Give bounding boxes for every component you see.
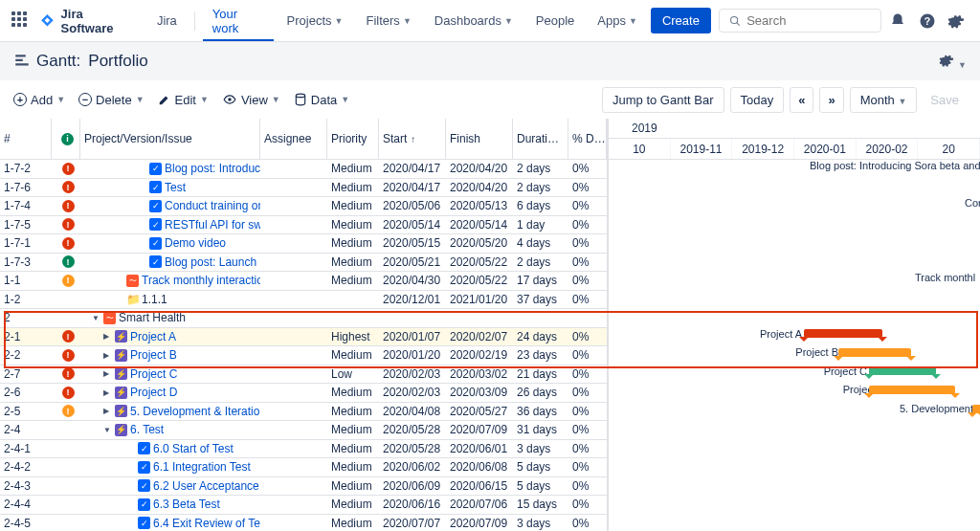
table-row[interactable]: 2-7 ! ▶⚡Project C Low 2020/02/03 2020/03… — [0, 365, 607, 385]
col-done[interactable]: % D… — [568, 119, 607, 159]
row-number: 1-1 — [0, 274, 52, 287]
task-name[interactable]: Track monthly interaction … — [142, 274, 260, 287]
col-assignee[interactable]: Assignee — [260, 119, 327, 159]
page-settings-icon[interactable]: ▼ — [939, 53, 967, 71]
table-row[interactable]: 2-5 ! ▶⚡5. Development & Iteration Mediu… — [0, 403, 607, 422]
nav-filters[interactable]: Filters▼ — [356, 8, 420, 33]
expand-icon[interactable]: ▶ — [103, 369, 112, 378]
duration-cell: 23 days — [513, 348, 568, 362]
jump-to-gantt-button[interactable]: Jump to Gantt Bar — [602, 87, 724, 113]
table-row[interactable]: 1-7-1 ! ✓Demo video Medium 2020/05/15 20… — [0, 234, 607, 254]
notifications-icon[interactable] — [885, 8, 910, 34]
create-button[interactable]: Create — [651, 8, 711, 33]
done-cell: 0% — [568, 367, 607, 381]
add-button[interactable]: +Add▼ — [13, 93, 65, 107]
delete-button[interactable]: −Delete▼ — [78, 93, 145, 107]
row-number: 1-7-6 — [0, 181, 52, 194]
table-row[interactable]: 1-2 📁1.1.1 2020/12/01 2021/01/20 37 days… — [0, 291, 607, 310]
task-name[interactable]: 6.2 User Acceptance T… — [153, 479, 260, 493]
task-name[interactable]: Project C — [130, 367, 177, 381]
task-name[interactable]: 6.0 Start of Test — [153, 442, 234, 455]
finish-cell: 2020/05/20 — [446, 236, 513, 250]
subheader: Gantt: Portfolio ▼ — [0, 42, 980, 80]
table-row[interactable]: 1-1 ! 〜Track monthly interaction … Mediu… — [0, 272, 607, 291]
prev-button[interactable]: « — [790, 87, 813, 113]
table-row[interactable]: 2-1 ! ▶⚡Project A Highest 2020/01/07 202… — [0, 328, 607, 347]
task-name[interactable]: Demo video — [165, 236, 226, 250]
duration-cell: 3 days — [513, 442, 568, 455]
next-button[interactable]: » — [819, 87, 843, 113]
table-row[interactable]: 2-6 ! ▶⚡Project D Medium 2020/02/03 2020… — [0, 384, 607, 403]
expand-icon[interactable]: ▶ — [103, 407, 112, 415]
table-row[interactable]: 2-4-2 ✓6.1 Integration Test Medium 2020/… — [0, 458, 607, 477]
col-status[interactable]: i — [52, 119, 80, 159]
priority-cell: Low — [327, 367, 379, 381]
grid-body[interactable]: 1-7-2 ! ✓Blog post: Introducing … Medium… — [0, 160, 607, 531]
gantt-bar-label: Blog post: Introducing Sora beta and key — [810, 160, 980, 171]
start-cell: 2020/01/20 — [379, 348, 446, 362]
task-name[interactable]: RESTful API for swift in… — [165, 218, 260, 232]
task-name[interactable]: Project B — [130, 348, 177, 362]
table-row[interactable]: 2-4-4 ✓6.3 Beta Test Medium 2020/06/16 2… — [0, 496, 607, 515]
gantt-bar[interactable] — [838, 348, 911, 357]
task-name[interactable]: Project A — [130, 330, 176, 343]
gantt-chart[interactable]: 2019 102019-112019-122020-012020-0220 Bl… — [609, 119, 980, 531]
apps-menu-icon[interactable] — [11, 11, 30, 31]
table-row[interactable]: 1-7-3 ! ✓Blog post: Launch ann… Medium 2… — [0, 254, 607, 273]
jira-logo[interactable]: Jira Software — [39, 7, 134, 35]
table-row[interactable]: 1-7-4 ! ✓Conduct training on So… Medium … — [0, 197, 607, 216]
table-row[interactable]: 1-7-2 ! ✓Blog post: Introducing … Medium… — [0, 160, 607, 179]
nav-jira[interactable]: Jira — [147, 8, 187, 33]
expand-icon[interactable]: ▶ — [103, 332, 112, 341]
expand-icon[interactable]: ▶ — [103, 351, 112, 360]
col-start[interactable]: Start↑ — [379, 119, 446, 159]
task-name[interactable]: 6.3 Beta Test — [153, 498, 220, 511]
col-project[interactable]: Project/Version/Issue — [80, 119, 260, 159]
nav-people[interactable]: People — [526, 8, 584, 33]
table-row[interactable]: 2-4-1 ✓6.0 Start of Test Medium 2020/05/… — [0, 440, 607, 459]
col-duration[interactable]: Durati… — [513, 119, 568, 159]
col-priority[interactable]: Priority — [327, 119, 379, 159]
task-name[interactable]: 6. Test — [130, 423, 164, 436]
col-number[interactable]: # — [0, 119, 52, 159]
settings-icon[interactable] — [944, 8, 969, 34]
nav-projects[interactable]: Projects▼ — [278, 8, 353, 33]
gantt-bar[interactable] — [804, 329, 882, 338]
done-cell: 0% — [568, 181, 607, 194]
search-input[interactable] — [746, 13, 871, 28]
priority-cell: Medium — [327, 181, 379, 194]
table-row[interactable]: 2-4 ▼⚡6. Test Medium 2020/05/28 2020/07/… — [0, 421, 607, 440]
data-button[interactable]: Data▼ — [294, 93, 349, 107]
task-name[interactable]: 6.4 Exit Review of Test — [153, 517, 260, 530]
task-name[interactable]: Project D — [130, 386, 177, 399]
task-name[interactable]: Blog post: Introducing … — [165, 162, 260, 175]
gantt-bar[interactable] — [869, 386, 955, 394]
edit-button[interactable]: Edit▼ — [158, 93, 209, 107]
task-name[interactable]: Blog post: Launch ann… — [165, 255, 260, 269]
table-row[interactable]: 2-2 ! ▶⚡Project B Medium 2020/01/20 2020… — [0, 346, 607, 365]
task-name[interactable]: 5. Development & Iteration — [130, 405, 260, 418]
task-name[interactable]: Test — [165, 181, 186, 194]
svg-point-8 — [296, 94, 304, 98]
table-row[interactable]: 1-7-5 ! ✓RESTful API for swift in… Mediu… — [0, 216, 607, 235]
table-row[interactable]: 2 ▼〜Smart Health — [0, 309, 607, 328]
save-button[interactable]: Save — [923, 88, 967, 112]
today-button[interactable]: Today — [730, 87, 785, 113]
table-row[interactable]: 2-4-5 ✓6.4 Exit Review of Test Medium 20… — [0, 515, 607, 532]
nav-apps[interactable]: Apps▼ — [588, 8, 647, 33]
expand-icon[interactable]: ▶ — [103, 388, 112, 397]
table-row[interactable]: 1-7-6 ! ✓Test Medium 2020/04/17 2020/04/… — [0, 179, 607, 198]
gantt-bar[interactable] — [869, 366, 936, 375]
nav-dashboards[interactable]: Dashboards▼ — [425, 8, 523, 33]
timescale-button[interactable]: Month ▼ — [850, 87, 918, 113]
table-row[interactable]: 2-4-3 ✓6.2 User Acceptance T… Medium 202… — [0, 477, 607, 497]
view-button[interactable]: View▼ — [222, 93, 280, 107]
search-box[interactable] — [719, 9, 881, 33]
help-icon[interactable]: ? — [914, 8, 939, 34]
collapse-icon[interactable]: ▼ — [103, 426, 112, 434]
col-finish[interactable]: Finish — [446, 119, 513, 159]
nav-your-work[interactable]: Your work — [203, 1, 274, 41]
task-name[interactable]: 6.1 Integration Test — [153, 460, 251, 474]
collapse-icon[interactable]: ▼ — [92, 314, 100, 322]
task-name[interactable]: Conduct training on So… — [165, 199, 260, 212]
